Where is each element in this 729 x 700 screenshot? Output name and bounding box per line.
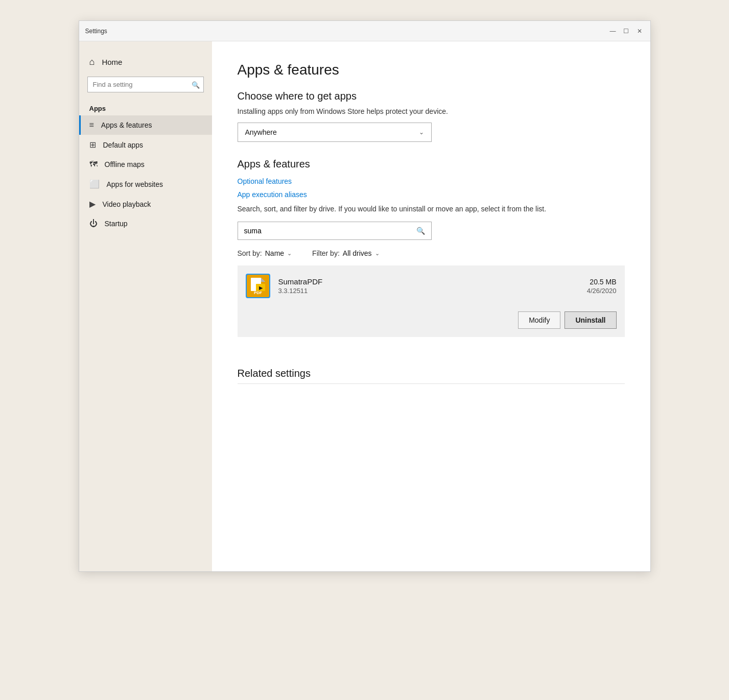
app-icon: PDF ▶: [246, 274, 270, 298]
filter-chevron-icon: ⌄: [375, 250, 380, 257]
apps-features-icon: ≡: [89, 120, 94, 130]
home-icon: ⌂: [89, 57, 95, 67]
related-settings-title: Related settings: [238, 368, 625, 384]
filter-value: All drives: [343, 249, 372, 257]
optional-features-link[interactable]: Optional features: [238, 177, 625, 185]
anywhere-dropdown[interactable]: Anywhere ⌄: [238, 123, 432, 142]
sort-filter-row: Sort by: Name ⌄ Filter by: All drives ⌄: [238, 249, 625, 257]
modify-button[interactable]: Modify: [518, 311, 560, 329]
minimize-button[interactable]: —: [608, 27, 618, 36]
apps-features-title: Apps & features: [238, 158, 625, 170]
filter-by-control[interactable]: Filter by: All drives ⌄: [312, 249, 379, 257]
sort-by-control[interactable]: Sort by: Name ⌄: [238, 249, 292, 257]
titlebar-controls: — ☐ ✕: [608, 27, 644, 36]
sidebar-section-label: Apps: [79, 101, 212, 115]
settings-window: Settings — ☐ ✕ ⌂ Home 🔍 Apps ≡ Apps: [79, 20, 651, 572]
app-search-icon: 🔍: [410, 227, 431, 235]
page-title: Apps & features: [238, 62, 625, 78]
sidebar-search: 🔍: [87, 77, 204, 92]
app-item-header: PDF ▶ SumatraPDF 3.3.12511 20.5 MB: [238, 265, 625, 306]
related-settings: Related settings: [238, 368, 625, 384]
sidebar-item-label: Startup: [105, 220, 128, 228]
sidebar-item-offline-maps[interactable]: 🗺 Offline maps: [79, 155, 212, 174]
app-date: 4/26/2020: [587, 287, 617, 295]
sidebar-home-label: Home: [102, 58, 122, 66]
dropdown-arrow-icon: ⌄: [419, 129, 424, 136]
app-search-bar: 🔍: [238, 222, 432, 240]
app-size: 20.5 MB: [587, 278, 617, 286]
app-version: 3.3.12511: [278, 287, 587, 295]
default-apps-icon: ⊞: [89, 140, 96, 150]
search-filter-description: Search, sort, and filter by drive. If yo…: [238, 204, 625, 214]
app-search-input[interactable]: [238, 222, 410, 239]
close-button[interactable]: ✕: [635, 27, 644, 36]
sort-value: Name: [265, 249, 284, 257]
uninstall-button[interactable]: Uninstall: [565, 311, 616, 329]
search-icon: 🔍: [192, 81, 200, 88]
video-playback-icon: ▶: [89, 199, 96, 209]
choose-section-title: Choose where to get apps: [238, 90, 625, 102]
sidebar-item-apps-features[interactable]: ≡ Apps & features: [79, 115, 212, 135]
content-area: ⌂ Home 🔍 Apps ≡ Apps & features ⊞ Defaul…: [79, 41, 650, 571]
sidebar-item-label: Apps for websites: [107, 180, 163, 188]
titlebar-title: Settings: [85, 28, 107, 35]
app-list-item: PDF ▶ SumatraPDF 3.3.12511 20.5 MB: [238, 265, 625, 337]
sidebar: ⌂ Home 🔍 Apps ≡ Apps & features ⊞ Defaul…: [79, 41, 212, 571]
app-actions: Modify Uninstall: [238, 306, 625, 337]
sidebar-item-label: Default apps: [103, 141, 144, 149]
app-name: SumatraPDF: [278, 277, 587, 286]
anywhere-dropdown-value: Anywhere: [245, 128, 277, 136]
svg-text:▶: ▶: [258, 285, 263, 291]
startup-icon: ⏻: [89, 219, 98, 228]
sidebar-item-video-playback[interactable]: ▶ Video playback: [79, 194, 212, 214]
filter-label: Filter by:: [312, 249, 340, 257]
sidebar-item-label: Video playback: [103, 200, 151, 208]
svg-text:PDF: PDF: [254, 291, 262, 295]
titlebar: Settings — ☐ ✕: [79, 21, 650, 41]
app-execution-link[interactable]: App execution aliases: [238, 190, 625, 199]
app-info: SumatraPDF 3.3.12511: [278, 277, 587, 295]
sidebar-item-default-apps[interactable]: ⊞ Default apps: [79, 135, 212, 155]
choose-description: Installing apps only from Windows Store …: [238, 107, 625, 115]
maximize-button[interactable]: ☐: [622, 27, 631, 36]
sidebar-item-label: Offline maps: [105, 160, 145, 168]
search-input[interactable]: [87, 77, 204, 92]
sidebar-item-apps-websites[interactable]: ⬜ Apps for websites: [79, 174, 212, 194]
sort-chevron-icon: ⌄: [287, 250, 292, 257]
sidebar-item-home[interactable]: ⌂ Home: [79, 52, 212, 73]
main-content: Apps & features Choose where to get apps…: [212, 41, 650, 571]
sort-label: Sort by:: [238, 249, 262, 257]
app-meta: 20.5 MB 4/26/2020: [587, 278, 617, 295]
apps-features-section: Apps & features Optional features App ex…: [238, 158, 625, 337]
sidebar-item-startup[interactable]: ⏻ Startup: [79, 214, 212, 233]
sidebar-item-label: Apps & features: [101, 121, 152, 129]
offline-maps-icon: 🗺: [89, 160, 98, 169]
apps-websites-icon: ⬜: [89, 179, 100, 189]
